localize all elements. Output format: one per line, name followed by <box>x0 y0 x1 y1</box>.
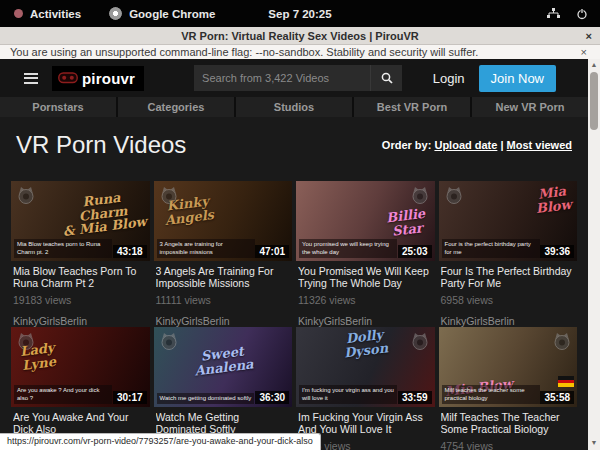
video-thumbnail[interactable]: Kinky Angels 3 Angels are training for i… <box>154 181 293 261</box>
warning-close-icon[interactable]: × <box>581 46 587 58</box>
thumb-caption: Watch me getting dominated softly <box>157 393 255 404</box>
video-thumbnail[interactable]: Mia Blow Milf teaches the teacher some p… <box>439 327 578 407</box>
duration-badge: 47:01 <box>255 245 289 258</box>
thumb-caption: Mia Blow teaches porn to Runa Charm pt. … <box>14 239 112 258</box>
duration-badge: 30:17 <box>113 391 147 404</box>
clock[interactable]: Sep 7 20:25 <box>268 8 331 20</box>
status-url: https://pirouvr.com/vr-porn-video/779325… <box>7 436 313 446</box>
duration-badge: 36:30 <box>255 391 289 404</box>
page-title: VR Porn Videos <box>16 131 186 159</box>
studio-watermark-cat-mask-icon <box>410 185 430 205</box>
video-card: Kinky Angels 3 Angels are training for i… <box>154 181 293 327</box>
video-title[interactable]: Mia Blow Teaches Porn To Runa Charm Pt 2 <box>13 265 148 290</box>
logo-text: pirouvr <box>82 70 135 87</box>
scrollbar-down-icon[interactable]: ▼ <box>588 437 600 449</box>
browser-viewport: pirouvr Login Join Now Pornstars Categor… <box>0 59 600 450</box>
nav-item[interactable]: Studios <box>236 97 352 117</box>
chrome-icon <box>109 7 122 20</box>
window-close-icon[interactable]: × <box>586 30 592 42</box>
video-title[interactable]: 3 Angels Are Training For Impossible Mis… <box>156 265 291 290</box>
studio-watermark-cat-mask-icon <box>159 331 179 351</box>
duration-badge: 33:59 <box>398 391 432 404</box>
video-card: Dolly Dyson I'm fucking your virgin ass … <box>296 327 435 450</box>
thumb-caption: Four is the perfect birthday party for m… <box>442 239 540 258</box>
video-card: Lady Lyne Are you awake ? And your dick … <box>11 327 150 450</box>
nav-item[interactable]: Pornstars <box>0 97 116 117</box>
video-title[interactable]: Milf Teaches The Teacher Some Practical … <box>441 411 576 436</box>
search-input[interactable] <box>194 65 370 91</box>
thumb-caption: 3 Angels are training for impossible mis… <box>157 239 255 258</box>
video-card: Mia Blow Milf teaches the teacher some p… <box>439 327 578 450</box>
video-title[interactable]: You Promised We Will Keep Trying The Who… <box>298 265 433 290</box>
video-card: Sweet Analena Watch me getting dominated… <box>154 327 293 450</box>
menu-hamburger-icon[interactable] <box>24 73 38 84</box>
thumb-caption: You promised we will keep trying the who… <box>299 239 397 258</box>
overlay-title: Mia Blow <box>534 184 573 215</box>
power-icon[interactable] <box>576 8 588 20</box>
order-link-most-viewed[interactable]: Most viewed <box>507 139 572 151</box>
video-thumbnail[interactable]: Sweet Analena Watch me getting dominated… <box>154 327 293 407</box>
nav-item[interactable]: Best VR Porn <box>354 97 470 117</box>
video-card: Mia Blow Four is the perfect birthday pa… <box>439 181 578 327</box>
video-thumbnail[interactable]: Runa Charm & Mia Blow Mia Blow teaches p… <box>11 181 150 261</box>
thumb-caption: Milf teaches the teacher some practical … <box>442 385 540 404</box>
site-header: pirouvr Login Join Now <box>0 59 588 97</box>
video-studio[interactable]: KinkyGirlsBerlin <box>156 315 291 327</box>
video-views: 6958 views <box>441 294 576 306</box>
duration-badge: 39:36 <box>540 245 574 258</box>
main-nav: Pornstars Categories Studios Best VR Por… <box>0 97 588 117</box>
order-by: Order by: Upload date | Most viewed <box>382 139 572 151</box>
app-menu-label[interactable]: Google Chrome <box>129 8 215 20</box>
status-bar: https://pirouvr.com/vr-porn-video/779325… <box>0 433 321 450</box>
overlay-title: Dolly Dyson <box>296 327 435 366</box>
login-link[interactable]: Login <box>433 71 465 86</box>
video-views: 19183 views <box>13 294 148 306</box>
thumb-caption: Are you awake ? And your dick also ? <box>14 385 112 404</box>
window-title: VR Porn: Virtual Reality Sex Videos | Pi… <box>181 30 418 42</box>
overlay-title: Runa Charm & Mia Blow <box>59 188 148 239</box>
order-separator: | <box>497 139 506 151</box>
video-card: Runa Charm & Mia Blow Mia Blow teaches p… <box>11 181 150 327</box>
video-studio[interactable]: KinkyGirlsBerlin <box>441 315 576 327</box>
search-icon <box>380 71 394 85</box>
video-title[interactable]: Four Is The Perfect Birthday Party For M… <box>441 265 576 290</box>
duration-badge: 25:03 <box>398 245 432 258</box>
search-button[interactable] <box>370 65 402 91</box>
overlay-title: Billie Star <box>386 207 428 239</box>
join-now-button[interactable]: Join Now <box>479 65 556 92</box>
scrollbar[interactable]: ▲ ▼ <box>588 59 600 450</box>
video-studio[interactable]: KinkyGirlsBerlin <box>298 315 433 327</box>
system-top-bar: Activities Google Chrome Sep 7 20:25 <box>0 0 600 27</box>
order-by-label: Order by: <box>382 139 432 151</box>
heading-row: VR Porn Videos Order by: Upload date | M… <box>16 131 572 159</box>
thumb-caption: I'm fucking your virgin ass and you will… <box>299 385 397 404</box>
order-link-upload-date[interactable]: Upload date <box>434 139 497 151</box>
video-thumbnail[interactable]: Dolly Dyson I'm fucking your virgin ass … <box>296 327 435 407</box>
duration-badge: 35:58 <box>540 391 574 404</box>
duration-badge: 43:18 <box>113 245 147 258</box>
window-title-bar: VR Porn: Virtual Reality Sex Videos | Pi… <box>0 27 600 45</box>
scrollbar-up-icon[interactable]: ▲ <box>588 59 600 71</box>
video-card: Billie Star You promised we will keep tr… <box>296 181 435 327</box>
video-studio[interactable]: KinkyGirlsBerlin <box>13 315 148 327</box>
site-logo[interactable]: pirouvr <box>52 66 144 91</box>
network-icon[interactable] <box>547 8 560 19</box>
vr-goggles-icon <box>58 72 78 84</box>
activities-button[interactable]: Activities <box>30 8 81 20</box>
nav-item[interactable]: New VR Porn <box>472 97 588 117</box>
studio-watermark-cat-mask-icon <box>16 185 36 205</box>
scrollbar-thumb[interactable] <box>590 72 598 130</box>
activities-indicator-icon <box>14 9 23 18</box>
german-flag-icon <box>558 376 574 387</box>
video-thumbnail[interactable]: Billie Star You promised we will keep tr… <box>296 181 435 261</box>
nav-item[interactable]: Categories <box>118 97 234 117</box>
overlay-title: Lady Lyne <box>19 341 56 372</box>
video-grid: Runa Charm & Mia Blow Mia Blow teaches p… <box>0 181 588 450</box>
overlay-title: Kinky Angels <box>162 194 214 227</box>
studio-watermark-cat-mask-icon <box>552 331 572 351</box>
studio-watermark-cat-mask-icon <box>444 185 464 205</box>
video-views: 11326 views <box>298 294 433 306</box>
search-bar <box>194 65 402 91</box>
video-thumbnail[interactable]: Mia Blow Four is the perfect birthday pa… <box>439 181 578 261</box>
video-thumbnail[interactable]: Lady Lyne Are you awake ? And your dick … <box>11 327 150 407</box>
